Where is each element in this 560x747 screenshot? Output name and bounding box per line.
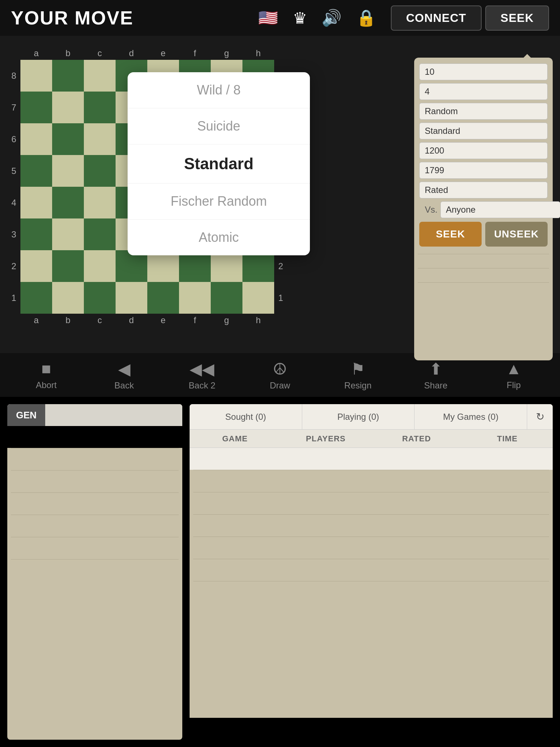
sound-icon[interactable]: 🔊 (322, 8, 342, 27)
tab-my-games[interactable]: My Games (0) (415, 404, 527, 429)
abort-label: Abort (36, 380, 57, 390)
flip-label: Flip (507, 380, 521, 390)
square-a1[interactable] (20, 282, 52, 314)
variant-picker[interactable]: Wild / 8 Suicide Standard Fischer Random… (128, 72, 310, 255)
square-b4[interactable] (52, 187, 84, 218)
vs-row: Vs. (419, 201, 548, 218)
seek-button[interactable]: SEEK (485, 5, 549, 31)
col-label-a: a (20, 47, 52, 60)
square-b6[interactable] (52, 123, 84, 155)
resign-button[interactable]: ⚑ Resign (334, 360, 382, 391)
square-a5[interactable] (20, 155, 52, 187)
crown-icon[interactable]: ♛ (293, 9, 307, 27)
square-c7[interactable] (84, 92, 116, 123)
header-buttons: CONNECT SEEK (391, 5, 549, 31)
flag-icon[interactable]: 🇺🇸 (258, 8, 278, 27)
time-input[interactable] (419, 63, 548, 80)
picker-item-atomic[interactable]: Atomic (128, 220, 310, 255)
increment-input[interactable] (419, 83, 548, 100)
row-label-5: 5 (7, 155, 20, 187)
square-b5[interactable] (52, 155, 84, 187)
picker-item-standard[interactable]: Standard (128, 144, 310, 183)
game-line-3 (193, 514, 549, 515)
col-label-bot-d: d (116, 314, 147, 327)
gen-input[interactable] (45, 404, 182, 426)
vs-input[interactable] (440, 201, 560, 218)
col-rated: RATED (371, 430, 462, 448)
vs-label: Vs. (419, 205, 438, 215)
square-c3[interactable] (84, 218, 116, 250)
picker-item-wild8[interactable]: Wild / 8 (128, 72, 310, 108)
gen-line-5 (11, 537, 179, 537)
back-button[interactable]: ◀ Back (101, 360, 148, 391)
col-game: GAME (190, 430, 280, 448)
header: YOUR MOVE 🇺🇸 ♛ 🔊 🔒 CONNECT SEEK (0, 0, 560, 36)
col-players: PLAYERS (280, 430, 371, 448)
rated-input[interactable] (419, 182, 548, 198)
app-title: YOUR MOVE (11, 7, 133, 29)
col-label-f: f (179, 47, 211, 60)
square-a3[interactable] (20, 218, 52, 250)
seek-buttons: SEEK UNSEEK (419, 222, 548, 247)
square-d1[interactable] (116, 282, 147, 314)
abort-button[interactable]: ■ Abort (23, 360, 70, 390)
game-line-6 (193, 581, 549, 581)
games-tabs: Sought (0) Playing (0) My Games (0) ↻ (190, 404, 553, 430)
square-a7[interactable] (20, 92, 52, 123)
standard-input[interactable] (419, 123, 548, 139)
back-label: Back (114, 380, 134, 391)
game-line-4 (193, 537, 549, 537)
col-label-c: c (84, 47, 116, 60)
lock-icon[interactable]: 🔒 (356, 8, 376, 27)
row-label-4: 4 (7, 187, 20, 218)
tab-sought[interactable]: Sought (0) (190, 404, 302, 429)
rating-low-input[interactable] (419, 142, 548, 159)
row-label-3: 3 (7, 218, 20, 250)
flip-button[interactable]: ▲ Flip (490, 360, 537, 390)
square-b3[interactable] (52, 218, 84, 250)
square-c1[interactable] (84, 282, 116, 314)
gen-line-2 (11, 470, 179, 471)
time-row (419, 63, 548, 80)
variant-input[interactable] (419, 103, 548, 120)
square-b1[interactable] (52, 282, 84, 314)
connect-button[interactable]: CONNECT (391, 5, 482, 31)
square-g1[interactable] (211, 282, 242, 314)
square-b8[interactable] (52, 60, 84, 92)
refresh-button[interactable]: ↻ (527, 404, 553, 429)
rating-low-row (419, 142, 548, 159)
draw-button[interactable]: ☮ Draw (256, 360, 304, 391)
back2-button[interactable]: ◀◀ Back 2 (178, 360, 226, 391)
col-label-b: b (52, 47, 84, 60)
tab-playing[interactable]: Playing (0) (302, 404, 415, 429)
share-icon: ⬆ (429, 360, 443, 378)
picker-item-fischer[interactable]: Fischer Random (128, 183, 310, 220)
square-c8[interactable] (84, 60, 116, 92)
square-a2[interactable] (20, 250, 52, 282)
rating-high-input[interactable] (419, 162, 548, 179)
resign-label: Resign (344, 380, 372, 391)
square-c2[interactable] (84, 250, 116, 282)
row-label-2: 2 (7, 250, 20, 282)
picker-item-suicide[interactable]: Suicide (128, 108, 310, 144)
col-labels-top: a b c d e f g h (20, 47, 274, 60)
square-h1[interactable] (242, 282, 274, 314)
col-label-bot-g: g (211, 314, 242, 327)
share-button[interactable]: ⬆ Share (412, 360, 459, 391)
square-e1[interactable] (147, 282, 179, 314)
rating-high-row (419, 162, 548, 179)
square-c4[interactable] (84, 187, 116, 218)
square-a8[interactable] (20, 60, 52, 92)
square-a6[interactable] (20, 123, 52, 155)
square-b2[interactable] (52, 250, 84, 282)
square-b7[interactable] (52, 92, 84, 123)
seek-action-button[interactable]: SEEK (419, 222, 482, 247)
bottom-area: GEN Sought (0) Playing (0) My Games (0) … (0, 397, 560, 718)
square-f1[interactable] (179, 282, 211, 314)
unseek-action-button[interactable]: UNSEEK (485, 222, 548, 247)
header-icons: 🇺🇸 ♛ 🔊 🔒 (258, 8, 376, 27)
square-c6[interactable] (84, 123, 116, 155)
col-label-d: d (116, 47, 147, 60)
square-a4[interactable] (20, 187, 52, 218)
square-c5[interactable] (84, 155, 116, 187)
